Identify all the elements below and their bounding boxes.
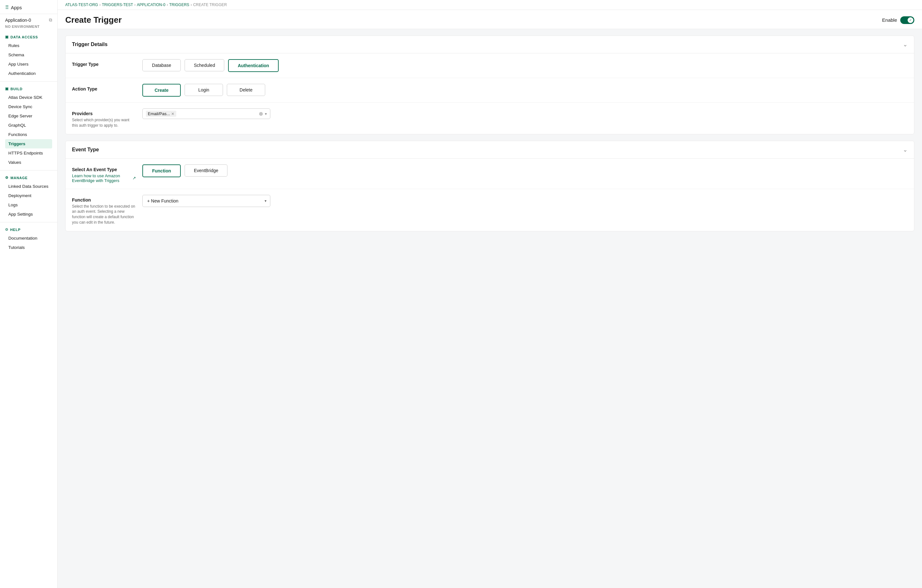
enable-label: Enable [882,17,897,23]
sidebar-item-https-endpoints[interactable]: HTTPS Endpoints [5,149,52,158]
event-type-header: Event Type ⌄ [65,141,914,159]
sidebar-item-app-settings[interactable]: App Settings [5,209,52,219]
topbar: ATLAS-TEST-ORG › TRIGGERS-TEST › APPLICA… [57,0,922,10]
function-control: + New Function ▾ [142,195,907,207]
section-build: ▣ BUILD [5,87,52,91]
apps-link[interactable]: ⠿ Apps [5,5,52,11]
page-title: Create Trigger [65,15,122,25]
sidebar-item-values[interactable]: Values [5,158,52,167]
sidebar-item-linked-data-sources[interactable]: Linked Data Sources [5,182,52,191]
breadcrumb-sep-3: › [167,3,168,7]
copy-icon[interactable]: ⧉ [49,17,52,23]
sidebar-item-graphql[interactable]: GraphQL [5,121,52,130]
function-sublabel: Select the function to be executed on an… [72,204,136,225]
breadcrumb: ATLAS-TEST-ORG › TRIGGERS-TEST › APPLICA… [65,3,914,7]
event-type-function[interactable]: Function [142,165,181,177]
function-row: Function Select the function to be execu… [65,189,914,231]
sidebar-item-deployment[interactable]: Deployment [5,191,52,200]
event-type-title: Event Type [72,147,99,153]
trigger-type-scheduled[interactable]: Scheduled [185,59,224,71]
trigger-details-header: Trigger Details ⌄ [65,36,914,54]
sidebar-item-logs[interactable]: Logs [5,200,52,209]
action-type-create[interactable]: Create [142,84,181,96]
sidebar-item-functions[interactable]: Functions [5,130,52,139]
sidebar-item-device-sync[interactable]: Device Sync [5,102,52,111]
content-area: Trigger Details ⌄ Trigger Type Database … [57,29,922,244]
function-select-wrapper: + New Function ▾ [142,195,270,207]
trigger-type-label: Trigger Type [72,62,136,67]
trigger-details-card: Trigger Details ⌄ Trigger Type Database … [65,36,914,134]
providers-sublabel: Select which provider(s) you want this a… [72,118,136,128]
main-content: ATLAS-TEST-ORG › TRIGGERS-TEST › APPLICA… [57,0,922,588]
function-select[interactable]: + New Function [142,195,270,207]
providers-input[interactable]: Email/Pas... ✕ ⊗ ▾ [142,108,270,119]
apps-label: Apps [11,5,22,10]
breadcrumb-app[interactable]: APPLICATION-0 [137,3,165,7]
sidebar-item-triggers[interactable]: Triggers [5,139,52,149]
section-data-access: ▣ DATA ACCESS [5,35,52,39]
learn-link-text: Learn how to use Amazon EventBridge with… [72,173,131,183]
breadcrumb-current: CREATE TRIGGER [193,3,227,7]
section-manage: ⚙ MANAGE [5,176,52,180]
action-type-delete[interactable]: Delete [227,84,265,96]
app-name: Application-0 [5,18,31,23]
trigger-type-authentication[interactable]: Authentication [228,59,279,72]
sidebar-item-app-users[interactable]: App Users [5,59,52,69]
env-label: NO ENVIRONMENT [0,24,57,32]
grid-icon: ⠿ [5,5,9,11]
sidebar-item-atlas-device-sdk[interactable]: Atlas Device SDK [5,93,52,102]
trigger-type-database[interactable]: Database [142,59,181,71]
provider-tag-label: Email/Pas... [148,111,170,116]
action-type-label: Action Type [72,87,136,91]
sidebar-item-schema[interactable]: Schema [5,50,52,59]
select-event-type-label: Select An Event Type [72,167,136,172]
breadcrumb-sep-1: › [99,3,100,7]
function-label: Function [72,198,136,203]
providers-label: Providers [72,111,136,116]
help-icon: ⊙ [5,227,8,232]
data-access-icon: ▣ [5,35,9,39]
providers-control: Email/Pas... ✕ ⊗ ▾ [142,108,907,119]
sidebar: ⠿ Apps Application-0 ⧉ NO ENVIRONMENT ▣ … [0,0,57,588]
clear-all-icon[interactable]: ⊗ [259,111,263,117]
sidebar-item-rules[interactable]: Rules [5,41,52,50]
action-type-login[interactable]: Login [185,84,223,96]
breadcrumb-sep-4: › [191,3,192,7]
enable-row: Enable ✓ [882,16,914,24]
page-header: Create Trigger Enable ✓ [57,10,922,29]
breadcrumb-org[interactable]: ATLAS-TEST-ORG [65,3,98,7]
providers-row: Providers Select which provider(s) you w… [65,103,914,134]
breadcrumb-triggers[interactable]: TRIGGERS [169,3,190,7]
action-type-row: Action Type Create Login Delete [65,78,914,103]
sidebar-item-tutorials[interactable]: Tutorials [5,243,52,252]
event-type-card: Event Type ⌄ Select An Event Type Learn … [65,141,914,231]
learn-link[interactable]: Learn how to use Amazon EventBridge with… [72,173,136,183]
build-icon: ▣ [5,87,9,91]
event-type-eventbridge[interactable]: EventBridge [185,165,227,176]
event-type-select-row: Select An Event Type Learn how to use Am… [65,159,914,189]
section-help: ⊙ HELP [5,227,52,232]
toggle-knob: ✓ [907,17,913,23]
sidebar-item-documentation[interactable]: Documentation [5,234,52,243]
event-type-collapse[interactable]: ⌄ [903,146,907,153]
trigger-details-collapse[interactable]: ⌄ [903,41,907,48]
trigger-type-row: Trigger Type Database Scheduled Authenti… [65,54,914,78]
event-type-options: Function EventBridge [142,165,907,177]
manage-icon: ⚙ [5,176,9,180]
action-type-options: Create Login Delete [142,84,907,96]
enable-toggle[interactable]: ✓ [900,16,914,24]
sidebar-item-edge-server[interactable]: Edge Server [5,111,52,121]
breadcrumb-project[interactable]: TRIGGERS-TEST [102,3,133,7]
trigger-details-title: Trigger Details [72,42,108,47]
external-link-icon: ↗ [132,176,136,180]
providers-dropdown-icon[interactable]: ▾ [265,112,267,116]
provider-tag-email: Email/Pas... ✕ [146,111,176,117]
breadcrumb-sep-2: › [134,3,136,7]
trigger-type-options: Database Scheduled Authentication [142,59,907,72]
sidebar-item-authentication[interactable]: Authentication [5,69,52,78]
provider-tag-remove[interactable]: ✕ [171,112,174,116]
